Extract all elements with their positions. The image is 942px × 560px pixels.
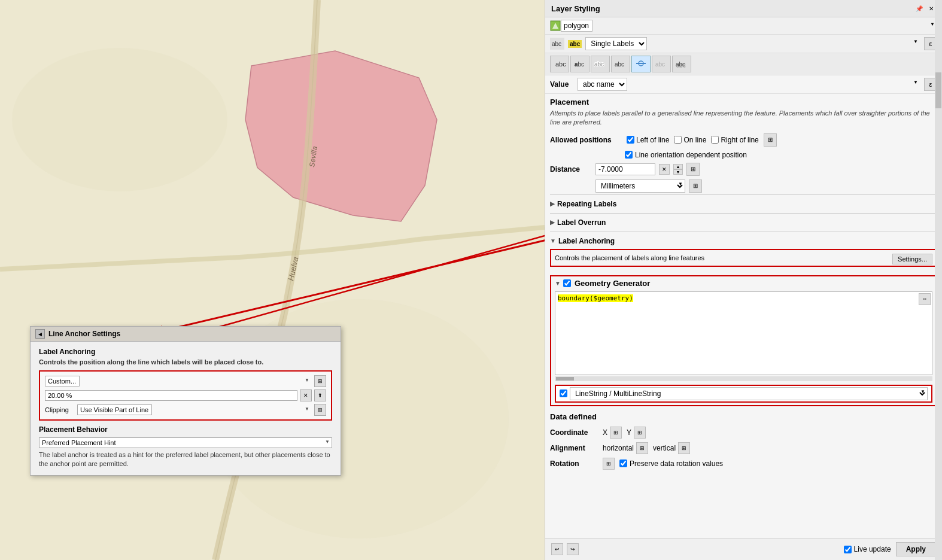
label-anchoring-header[interactable]: ▼ Label Anchoring: [550, 236, 937, 246]
bottom-left-icons: ↩ ↪: [551, 543, 579, 555]
ls-checkbox[interactable]: [560, 389, 567, 397]
toolbar-buffer-icon[interactable]: abc: [591, 56, 610, 72]
clipping-select[interactable]: Use Visible Part of Line: [77, 404, 152, 415]
alignment-v-btn[interactable]: ⊞: [678, 442, 690, 454]
mm-expr-btn[interactable]: ⊞: [689, 179, 702, 193]
apply-button[interactable]: Apply: [896, 542, 936, 556]
line-orientation-row: Line orientation dependent position: [625, 149, 937, 161]
percent-clear-btn[interactable]: ✕: [300, 389, 312, 401]
geom-three-dots-btn[interactable]: ⋯: [919, 293, 931, 305]
label-anchoring-box: Settings... Controls the placement of la…: [550, 249, 937, 267]
custom-select[interactable]: Custom...: [45, 376, 80, 386]
svg-text:abc: abc: [552, 41, 561, 47]
distance-down-btn[interactable]: ▼: [673, 169, 683, 175]
distance-input[interactable]: [595, 163, 655, 175]
toolbar-icons-row: abc abc a abc abc: [545, 53, 942, 75]
placement-header: Placement: [550, 94, 937, 109]
distance-expr-btn[interactable]: ⊞: [686, 163, 700, 176]
layer-dropdown[interactable]: polygon: [561, 20, 592, 32]
la-settings-btn[interactable]: Settings...: [892, 254, 932, 264]
mm-dropdown[interactable]: Millimeters: [595, 179, 685, 193]
ls-dropdown[interactable]: LineString / MultiLineString: [570, 387, 928, 400]
allowed-expr-btn[interactable]: ⊞: [764, 133, 777, 147]
percent-spin-btn[interactable]: ⬆: [314, 389, 326, 401]
toolbar-placement-icon[interactable]: [631, 56, 651, 72]
panel-bottom-bar: ↩ ↪ Live update Apply: [545, 538, 942, 560]
percent-input[interactable]: [45, 390, 297, 401]
panel-scrollbar-thumb: [935, 72, 941, 108]
label-anchoring-label: Label Anchoring: [558, 237, 615, 245]
custom-expr-btn[interactable]: ⊞: [314, 375, 326, 387]
svg-text:abc: abc: [615, 61, 624, 68]
toolbar-shadow-icon[interactable]: abc abc: [672, 56, 691, 72]
toolbar-mask-icon[interactable]: abc: [611, 56, 630, 72]
geom-scrollbar[interactable]: [555, 376, 932, 381]
sl-dropdown[interactable]: Single Labels: [585, 37, 647, 50]
distance-up-btn[interactable]: ▲: [673, 164, 683, 169]
live-update-checkbox[interactable]: [844, 546, 852, 553]
geom-gen-checkbox[interactable]: [563, 279, 571, 287]
coord-x-label: X: [603, 428, 607, 437]
right-of-line-label: Right of line: [721, 136, 758, 144]
distance-label: Distance: [550, 165, 592, 174]
clipping-row: Clipping Use Visible Part of Line ⊞: [45, 404, 326, 416]
label-mode-icon: abc: [550, 38, 564, 50]
svg-rect-16: [636, 63, 646, 64]
sl-dropdown-wrapper: Single Labels: [585, 37, 920, 50]
left-of-line-item: Left of line: [627, 136, 669, 144]
undo-btn[interactable]: ↩: [551, 543, 563, 555]
alignment-h-label: horizontal: [603, 444, 634, 452]
alignment-h-btn[interactable]: ⊞: [636, 442, 648, 454]
placement-section: Placement Behavior Preferred Placement H…: [39, 425, 332, 469]
alignment-h-item: horizontal ⊞: [603, 442, 648, 454]
panel-scrollbar[interactable]: [935, 0, 942, 560]
custom-select-wrapper: Custom...: [45, 376, 312, 386]
preserve-rotation-item: Preserve data rotation values: [619, 459, 723, 468]
repeating-labels-header[interactable]: ▶ Repeating Labels: [550, 199, 937, 209]
left-of-line-checkbox[interactable]: [627, 136, 634, 144]
label-overrun-header[interactable]: ▶ Label Overrun: [550, 217, 937, 228]
repeating-labels-arrow: ▶: [550, 200, 555, 207]
distance-clear-btn[interactable]: ✕: [659, 164, 670, 175]
on-line-item: On line: [674, 136, 706, 144]
value-dropdown[interactable]: abc name: [578, 78, 627, 91]
right-of-line-item: Right of line: [711, 136, 758, 144]
label-overrun-label: Label Overrun: [557, 218, 606, 227]
ls-dropdown-wrapper: LineString / MultiLineString: [570, 387, 928, 400]
rotation-btn[interactable]: ⊞: [603, 458, 615, 470]
preserve-rotation-checkbox[interactable]: [619, 459, 627, 467]
label-anchoring-section: ▼ Label Anchoring Settings... Controls t…: [550, 232, 937, 273]
label-overrun-section: ▶ Label Overrun: [550, 213, 937, 232]
panel-pin-icon[interactable]: 📌: [914, 4, 924, 13]
back-button[interactable]: ◄: [35, 329, 45, 339]
panel-titlebar: Layer Styling 📌 ✕: [545, 0, 942, 17]
geom-gen-label: Geometry Generator: [575, 279, 650, 288]
svg-text:abc: abc: [655, 61, 665, 68]
placement-hint-select[interactable]: Preferred Placement Hint: [39, 437, 332, 448]
line-orientation-label: Line orientation dependent position: [635, 151, 747, 159]
scrollable-content: Placement Attempts to place labels paral…: [545, 94, 942, 487]
layer-selector-row: polygon: [545, 17, 942, 35]
alignment-label: Alignment: [550, 444, 598, 452]
toolbar-rendering-icon[interactable]: abc: [652, 56, 671, 72]
coordinate-label: Coordinate: [550, 428, 598, 437]
left-of-line-label: Left of line: [636, 136, 669, 144]
dialog-desc: Controls the position along the line whi…: [39, 358, 332, 366]
coord-y-btn[interactable]: ⊞: [634, 427, 646, 439]
right-of-line-checkbox[interactable]: [711, 136, 719, 144]
svg-text:abc: abc: [676, 61, 685, 68]
la-desc: Controls the placement of labels along l…: [555, 254, 704, 261]
value-dropdown-wrapper: abc name: [578, 78, 920, 91]
coord-x-btn[interactable]: ⊞: [610, 427, 622, 439]
line-orientation-checkbox[interactable]: [625, 151, 633, 159]
live-update-label: Live update: [854, 545, 891, 553]
toolbar-text-icon[interactable]: abc: [550, 56, 569, 72]
geom-code-area[interactable]: boundary($geometry) ⋯: [555, 291, 932, 375]
clipping-expr-btn[interactable]: ⊞: [314, 404, 326, 416]
live-update-item: Live update: [844, 545, 891, 553]
preserve-rotation-label: Preserve data rotation values: [630, 459, 723, 468]
coord-y-item: Y ⊞: [627, 427, 646, 439]
toolbar-format-icon[interactable]: abc a: [570, 56, 589, 72]
on-line-checkbox[interactable]: [674, 136, 682, 144]
redo-btn[interactable]: ↪: [567, 543, 579, 555]
